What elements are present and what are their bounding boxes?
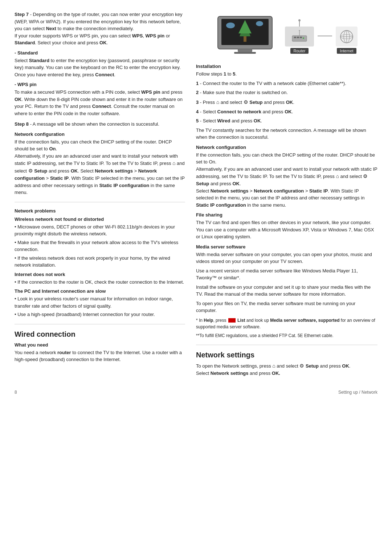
page-footer: 8 Setting up / Network (15, 390, 377, 395)
left-column: Step 7 - Depending on the type of router… (15, 11, 185, 379)
pc-slow-title: The PC and Internet connection are slow (15, 288, 185, 294)
router-icon (290, 30, 309, 43)
step-4: 4 - Select Connect to network and press … (196, 108, 377, 116)
step8-text: Step 8 - A message will be shown when th… (15, 121, 185, 128)
network-settings-text1: To open the Network settings, press ⌂ an… (196, 362, 377, 377)
right-column: Router Internet (196, 11, 377, 379)
internet-label: Internet (337, 48, 356, 54)
wireless-bullet-1: • Microwave ovens, DECT phones or other … (15, 223, 185, 238)
step-2: 2 - Make sure that the router is switche… (196, 89, 377, 96)
network-config-text-left: If the connection fails, you can check t… (15, 138, 185, 196)
svg-rect-11 (297, 37, 299, 38)
wired-connection-title: Wired connection (15, 330, 185, 339)
installation-conclusion: The TV constantly searches for the netwo… (196, 127, 377, 141)
wireless-not-found-title: Wireless network not found or distorted (15, 216, 185, 222)
media-server-text4: To open your files on TV, the media serv… (196, 300, 377, 314)
standard-text: Select Standard to enter the encryption … (15, 57, 185, 78)
wireless-bullet-2: • Make sure that the firewalls in your n… (15, 239, 185, 253)
media-server-title: Media server software (196, 244, 377, 250)
footnote-1: * In Help, press List and look up Media … (196, 317, 377, 330)
divider-2 (15, 324, 185, 324)
step7-text: Step 7 - Depending on the type of router… (15, 11, 185, 46)
section-label: Setting up / Network (338, 390, 377, 395)
network-config-text-right: If the connection fails, you can check t… (196, 151, 377, 209)
network-diagram: Router Internet (196, 11, 377, 59)
svg-point-7 (226, 23, 235, 28)
router-antenna (299, 21, 300, 27)
router-label: Router (290, 48, 308, 54)
step-5: 5 - Select Wired and press OK. (196, 117, 377, 125)
standard-section-title: - Standard (15, 50, 185, 56)
network-settings-title: Network settings (196, 351, 377, 359)
internet-globe (336, 27, 358, 46)
network-config-title-left: Network configuration (15, 131, 185, 137)
svg-rect-12 (300, 37, 302, 38)
internet-diagram-item: Internet (336, 27, 358, 54)
diagram-connector (318, 36, 332, 36)
svg-rect-9 (292, 36, 307, 41)
file-sharing-title: File sharing (196, 212, 377, 218)
step-1: 1 - Connect the router to the TV with a … (196, 80, 377, 87)
router-diagram-item: Router (285, 27, 314, 54)
media-server-text3: Install the software on your computer an… (196, 284, 377, 298)
file-sharing-text: The TV can find and open files on other … (196, 219, 377, 240)
globe-icon (339, 29, 354, 44)
tv-svg (216, 15, 274, 54)
what-you-need-title: What you need (15, 342, 185, 348)
list-button-icon (228, 318, 236, 323)
svg-rect-3 (234, 52, 256, 54)
svg-rect-2 (238, 49, 252, 52)
internet-not-work-title: Internet does not work (15, 272, 185, 277)
step7-label: Step 7 (15, 12, 29, 17)
media-server-text1: With media server software on your compu… (196, 251, 377, 265)
network-config-title-right: Network configuration (196, 145, 377, 150)
installation-title: Installation (196, 64, 377, 69)
svg-rect-6 (244, 36, 246, 42)
media-server-text2: Use a recent version of media server sof… (196, 267, 377, 281)
divider-right-1 (196, 345, 377, 345)
router-box (285, 27, 314, 46)
svg-point-8 (256, 21, 263, 26)
wireless-bullet-3: • If the wireless network does not work … (15, 255, 185, 269)
step-3: 3 - Press ⌂ and select ⚙ Setup and press… (196, 98, 377, 106)
network-problems-title: Network problems (15, 208, 185, 214)
wps-pin-text: To make a secured WPS connection with a … (15, 89, 185, 117)
footnote-2: **To fulfill EMC regulations, use a shie… (196, 332, 377, 339)
follow-steps-text: Follow steps 1 to 5. (196, 70, 377, 78)
pc-bullet-2: • Use a high-speed (broadband) Internet … (15, 311, 185, 318)
wps-pin-section-title: - WPS pin (15, 82, 185, 87)
pc-bullet-1: • Look in your wireless router's user ma… (15, 295, 185, 309)
divider-1 (15, 202, 185, 202)
internet-bullet-1: • If the connection to the router is OK,… (15, 279, 185, 286)
what-you-need-text: You need a network router to connect the… (15, 349, 185, 363)
page-number: 8 (15, 390, 17, 395)
svg-rect-10 (294, 37, 296, 38)
svg-point-15 (299, 30, 300, 31)
svg-point-13 (303, 37, 304, 39)
